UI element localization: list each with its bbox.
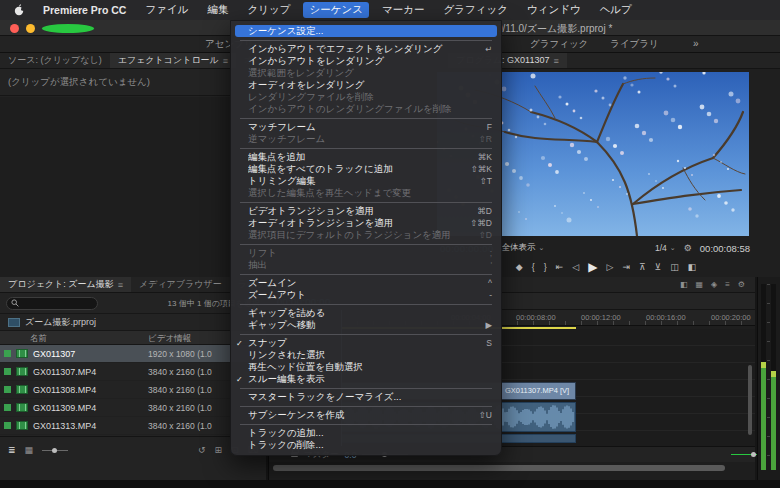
table-row[interactable]: GX011309.MP43840 x 2160 (1.0 [0,399,266,417]
menu-item[interactable]: ギャップへ移動▶ [231,319,501,331]
project-root-item[interactable]: ズーム撮影.prproj [0,314,266,331]
menu-separator [240,424,492,425]
workspace-overflow-icon[interactable]: » [693,38,699,49]
menubar-item[interactable]: ウィンドウ [521,2,587,18]
timeline-zoom-thumb[interactable] [751,452,756,457]
menu-item: リフト; [231,247,501,259]
apple-menu[interactable] [8,3,30,17]
search-box[interactable] [6,297,98,310]
menu-separator [240,388,492,389]
menu-item[interactable]: 再生ヘッド位置を自動選択 [231,361,501,373]
extract-icon[interactable]: ⊻ [655,262,662,272]
timeline-settings-icon[interactable]: ⚙ [738,280,745,289]
panel-tab-label: メディアブラウザー [139,278,222,291]
display-grid-icon[interactable]: ▦ [695,280,703,289]
menu-item[interactable]: ズームイン^ [231,277,501,289]
mark-in-icon[interactable]: { [532,262,535,272]
go-to-in-icon[interactable]: ⇤ [556,262,564,272]
menu-item: 抽出' [231,259,501,271]
clip-icon [16,385,28,394]
menubar-item[interactable]: ヘルプ [594,2,638,18]
menu-item[interactable]: トラックの追加... [231,427,501,439]
menubar-item[interactable]: グラフィック [437,2,513,18]
panel-menu-icon[interactable]: ≡ [223,56,228,66]
close-button[interactable] [10,24,19,33]
panel-tab[interactable]: プロジェクト: ズーム撮影≡ [0,277,131,293]
panel-menu-icon[interactable]: ≡ [553,56,558,66]
search-input[interactable] [22,298,93,309]
step-back-icon[interactable]: ◁ [572,262,579,272]
track-options-icon[interactable]: ◧ [680,280,688,289]
menu-item[interactable]: マスタートラックをノーマライズ... [231,391,501,403]
menubar-item[interactable]: クリップ [241,2,296,18]
menu-item[interactable]: 編集点をすべてのトラックに追加⇧⌘K [231,163,501,175]
comparison-view-icon[interactable]: ◧ [688,262,697,272]
go-to-out-icon[interactable]: ⇥ [622,262,630,272]
menu-item[interactable]: ギャップを詰める [231,307,501,319]
linked-selection-icon[interactable]: ◈ [711,280,717,289]
add-marker-icon[interactable]: ◆ [516,262,523,272]
menubar-item[interactable]: 編集 [201,2,234,18]
menu-shortcut: ⇧R [479,134,492,144]
menubar-item[interactable]: ファイル [139,2,194,18]
playback-resolution-select[interactable]: 1/4 ⌄ [655,243,676,253]
menu-item-label: スルー編集を表示 [248,373,482,386]
step-forward-icon[interactable]: ▷ [606,262,613,272]
label-color-chip [4,350,11,357]
menu-item[interactable]: 編集点を追加⌘K [231,151,501,163]
zoom-slider[interactable] [42,450,68,451]
menu-item[interactable]: トラックの削除... [231,439,501,451]
panel-tab[interactable]: エフェクトコントロール≡ [110,53,236,69]
menu-item[interactable]: ✓スルー編集を表示 [231,373,501,385]
menu-item[interactable]: リンクされた選択 [231,349,501,361]
menubar-item[interactable]: シーケンス [303,2,368,18]
menu-item[interactable]: サブシーケンスを作成⇧U [231,409,501,421]
panel-tab-label: ソース: (クリップなし) [8,54,102,67]
menu-item[interactable]: シーケンス設定... [235,25,497,37]
menu-item[interactable]: マッチフレームF [231,121,501,133]
menu-item[interactable]: オーディオをレンダリング [231,79,501,91]
menu-item[interactable]: トリミング編集⇧T [231,175,501,187]
column-video-info[interactable]: ビデオ情報 [148,333,191,345]
table-row[interactable]: GX011307.MP43840 x 2160 (1.0 [0,363,266,381]
mark-out-icon[interactable]: } [544,262,547,272]
list-view-icon[interactable]: ≣ [8,445,16,455]
audio-meter-left [761,284,766,470]
menu-item[interactable]: インからアウトでエフェクトをレンダリング↵ [231,43,501,55]
sequence-duration: 00:00:08:58 [700,243,750,254]
menu-item[interactable]: ✓スナップS [231,337,501,349]
clip-name: GX011307.MP4 [33,367,96,377]
track-list-icon[interactable]: ≡ [725,280,730,289]
project-file-icon [8,318,20,327]
lift-icon[interactable]: ⊼ [639,262,646,272]
zoom-level-select[interactable]: 全体表示 ⌄ [502,242,545,254]
workspace-tab[interactable]: グラフィック [530,38,588,51]
table-row[interactable]: GX0113071920 x 1080 (1.0 [0,345,266,363]
vertical-scrollbar[interactable] [748,365,752,435]
minimize-button[interactable] [26,24,35,33]
new-bin-icon[interactable]: ⊞ [215,445,223,455]
column-name[interactable]: 名前 [30,333,47,345]
table-row[interactable]: GX011308.MP43840 x 2160 (1.0 [0,381,266,399]
menu-item[interactable]: インからアウトをレンダリング [231,55,501,67]
play-icon[interactable]: ▶ [588,260,597,274]
menubar-item[interactable]: マーカー [376,2,431,18]
menu-item[interactable]: ビデオトランジションを適用⌘D [231,205,501,217]
clip-video-info: 3840 x 2160 (1.0 [148,421,212,431]
workspace-tab[interactable]: ライブラリ [610,38,659,51]
zoom-button[interactable] [42,24,94,33]
export-frame-icon[interactable]: ◫ [670,262,679,272]
panel-menu-icon[interactable]: ≡ [118,280,123,290]
automate-to-sequence-icon[interactable]: ↺ [198,445,206,455]
table-row[interactable]: GX011313.MP43840 x 2160 (1.0 [0,417,266,435]
icon-view-icon[interactable]: ▦ [25,445,34,455]
zoom-slider-thumb[interactable] [52,448,57,453]
app-menu[interactable]: Premiere Pro CC [37,3,132,17]
panel-tab[interactable]: ソース: (クリップなし) [0,53,110,69]
settings-icon[interactable]: ⚙ [684,243,692,253]
project-tabs: プロジェクト: ズーム撮影≡メディアブラウザーライブラリ [0,277,266,293]
panel-tab[interactable]: メディアブラウザー [131,277,230,293]
horizontal-scrollbar[interactable] [273,465,725,471]
menu-item[interactable]: オーディオトランジションを適用⇧⌘D [231,217,501,229]
menu-item[interactable]: ズームアウト- [231,289,501,301]
